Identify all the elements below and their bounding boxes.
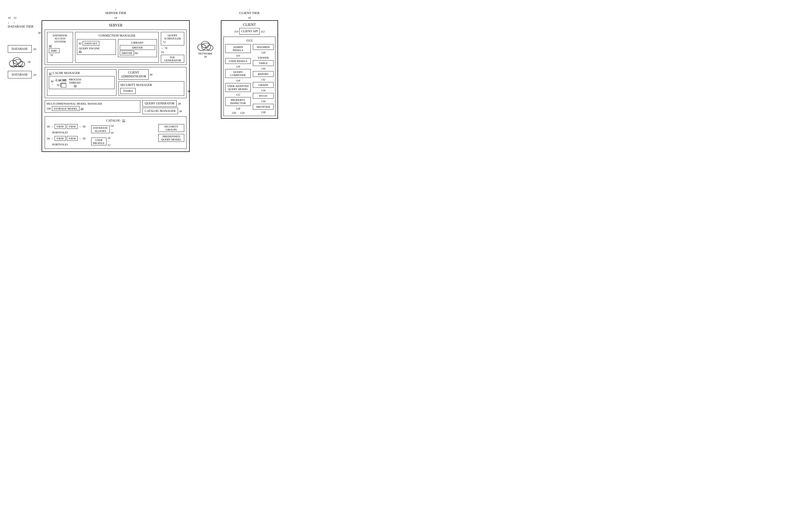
query-scheduler-section: QUERYSCHEDULER 72 ← 76 74 SQLGENERATOR xyxy=(161,32,184,62)
server-row3: MULTI-DIMENSIONAL MODEL MANAGER 100 STOR… xyxy=(45,100,186,114)
graph-ref134: 134 xyxy=(253,89,274,92)
client-tier-label: CLIENT TIER xyxy=(239,11,259,15)
gui-box: GUI ADMINPANELS 116 USER PANELS 118 QUER… xyxy=(223,37,275,116)
client-api-ref114: 114 xyxy=(234,30,238,33)
svg-point-6 xyxy=(206,45,213,51)
wizards-ref120: 120 xyxy=(253,51,274,54)
dataset-box: DATA SET xyxy=(83,41,99,46)
db2-ref: 20 xyxy=(33,73,36,76)
diagram-root: 10 12 ↓ ↓ DATABASE TIER DATABASE 20 xyxy=(5,5,280,154)
ref-76: 76 xyxy=(164,46,167,50)
view-box-2b: VIEW xyxy=(67,136,78,141)
server-row2: 42 CACHE MANAGER 90 → CACHE 92 xyxy=(45,67,186,98)
client-outer-box: CLIENT 114 CLIENT API 112 GUI ADMINPANEL… xyxy=(221,20,278,119)
catalog-title-area: CATALOG 32 xyxy=(47,119,184,122)
cache-ref92: 92 xyxy=(57,83,60,87)
viewer-label: VIEWER xyxy=(253,56,274,59)
security-groups-col: SECURITYGROUPS PREDEFINEDQUERY MODEL xyxy=(158,124,184,142)
jdbc-label: JDBC xyxy=(49,48,59,53)
query-gen-ref38: 38 xyxy=(178,102,181,105)
db-aliases-ref54: 54 xyxy=(111,124,113,127)
client-tier-ref16: 16 xyxy=(248,16,251,19)
query-scheduler-box: QUERYSCHEDULER 72 xyxy=(161,32,184,45)
tasks-ref36: 36 xyxy=(187,90,190,93)
property-ref128: 128 xyxy=(236,107,240,110)
cache-manager-inner: 90 → CACHE 92 xyxy=(49,76,114,89)
pivot-box: PIVOT xyxy=(253,93,274,99)
server-tier-ref: 14 xyxy=(114,16,117,19)
query-engine-label: QUERY ENGINE xyxy=(79,47,114,50)
gui-content: ADMINPANELS 116 USER PANELS 118 QUERYCOM… xyxy=(225,44,274,114)
ref-74: 74 xyxy=(161,51,164,54)
ref-124: 124 xyxy=(240,111,244,114)
browser-box: BROWSER xyxy=(253,104,274,110)
admin-panels-ref116: 116 xyxy=(225,54,251,57)
database-box-1: DATABASE xyxy=(8,45,32,53)
catalog-ref32: 32 xyxy=(122,119,125,122)
library-label: LIBRARY xyxy=(120,41,155,44)
server-label: SERVER xyxy=(45,23,186,27)
property-inspector-box: PROPERTYINSPECTOR xyxy=(225,97,251,106)
user-profile-ref56: 56 xyxy=(108,136,110,139)
server-tier-label: SERVER TIER xyxy=(105,11,126,15)
catalog-mgr-box: CATALOG MANAGER xyxy=(142,108,178,114)
driver2-box: DRIVER xyxy=(120,51,134,55)
db-access-ref40: 40 xyxy=(49,44,52,47)
user-profile-box: USERPROFILE xyxy=(91,138,107,146)
pivot-ref136: 136 xyxy=(253,100,274,103)
query-composer-box: QUERYCOMPOSER xyxy=(225,69,251,78)
storage-model-box: STORAGE MODEL xyxy=(52,106,79,111)
server-outer-box: SERVER 30 DATABASEACCESSSYSTEM 40 JDBC 7… xyxy=(41,20,190,152)
client-tier: ↓ CLIENT TIER 16 CLIENT 114 CLIENT API 1… xyxy=(221,8,278,119)
network-ref-18: 18 xyxy=(28,60,31,63)
outer-ref-90: 90 xyxy=(51,80,54,83)
network-cloud-middle-label: NETWORK xyxy=(198,52,213,55)
db-boxes: DATABASE 20 NETWORK 18 xyxy=(8,45,36,78)
connection-manager-label: CONNECTION MANAGER xyxy=(77,34,157,38)
user-panels-ref118: 118 xyxy=(225,65,251,68)
client-label: CLIENT xyxy=(223,23,275,27)
user-panels-box: USER PANELS xyxy=(225,58,251,64)
client-admin-ref46: 46 xyxy=(150,73,152,76)
cache-manager-ref42: 42 xyxy=(49,72,52,75)
user-profile-ref52: 52 xyxy=(108,143,110,147)
db-tier-ref: 10 xyxy=(8,16,11,19)
multi-dim-box: MULTI-DIMENSIONAL MODEL MANAGER 100 STOR… xyxy=(45,100,140,113)
network-middle-ref18: 18 xyxy=(204,55,207,58)
cache-icon xyxy=(60,83,66,87)
predefined-query-box: PREDEFINEDQUERY MODEL xyxy=(158,134,184,142)
multi-dim-label: MULTI-DIMENSIONAL MODEL MANAGER xyxy=(47,102,139,105)
process-thread-label: PROCESSTHREAD xyxy=(69,78,81,84)
catalog-mgr-ref34: 34 xyxy=(179,110,182,113)
library-section: LIBRARY DRIVER DRIVER 84 xyxy=(118,39,157,57)
multi-dim-ref44: 44 xyxy=(80,107,84,110)
client-admin-label: CLIENTADMINISTRATOR xyxy=(119,69,149,80)
portfolio-row-1: 60 → VIEW VIEW ← 58 xyxy=(47,124,89,129)
db-access-box: DATABASEACCESSSYSTEM 40 JDBC 78 xyxy=(47,32,73,62)
portfolio-ref1-60: 60 xyxy=(47,125,50,128)
storage-ref100: 100 xyxy=(47,107,51,110)
user-adapted-ref122: 122 xyxy=(225,93,251,96)
query-engine-section: 82 DATA SET QUERY ENGINE 80 xyxy=(77,39,116,55)
connection-manager-box: CONNECTION MANAGER 82 DATA SET QUERY ENG… xyxy=(75,32,159,62)
qs-ref72: 72 xyxy=(163,40,165,44)
db-tier-ref12: 12 xyxy=(14,16,16,19)
server-row4: CATALOG 32 60 → VIEW VIEW ← 58 xyxy=(45,116,186,149)
db1-ref: 20 xyxy=(33,48,36,51)
client-api-ref112: 112 xyxy=(261,30,265,33)
query-engine-ref: 80 xyxy=(79,50,114,53)
right-col-row3: QUERY GENERATOR 38 CATALOG MANAGER 34 xyxy=(142,100,186,114)
view-box-2a: VIEW xyxy=(55,136,66,141)
network-cloud-middle-svg xyxy=(196,39,214,52)
server-tier: ↓ SERVER TIER 14 SERVER 30 DATABASEACCES… xyxy=(41,8,190,152)
portfolio-col: 60 → VIEW VIEW ← 58 PORTFOLIO 60 → VI xyxy=(47,124,89,146)
portfolio-label-1: PORTFOLIO xyxy=(52,131,89,134)
network-cloud-left: NETWORK xyxy=(8,55,26,68)
ref-126: 126 xyxy=(232,111,236,114)
server-ref-30: 30 xyxy=(38,31,41,34)
server-row1: DATABASEACCESSSYSTEM 40 JDBC 78 CONNECTI… xyxy=(45,30,186,65)
table-box: TABLE xyxy=(253,60,274,66)
portfolio-row-2: 60 → VIEW VIEW ← 58 xyxy=(47,136,89,141)
driver1-box: DRIVER xyxy=(120,45,155,50)
tasks-box: TASKS xyxy=(120,88,135,94)
